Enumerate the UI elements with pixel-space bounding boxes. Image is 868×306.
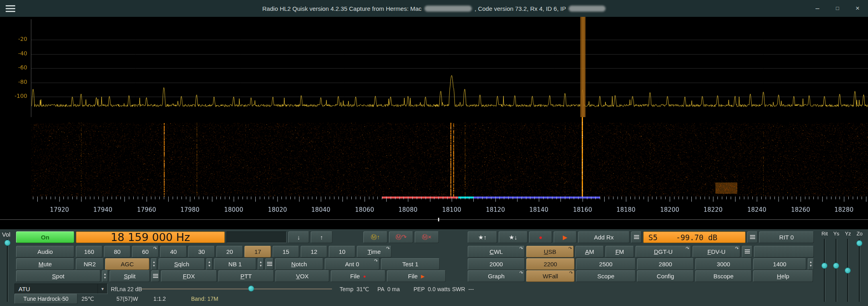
band-20-button[interactable]: 20 [216, 246, 243, 257]
record-button[interactable]: ● [529, 231, 552, 243]
mute-button[interactable]: Mute [16, 258, 74, 270]
vox-button[interactable]: VOX [275, 270, 329, 282]
blank-button[interactable] [754, 246, 814, 257]
mode-usb-button-label: USB [544, 248, 556, 255]
antenna-button-label: Ant 0 [345, 261, 359, 267]
view-config-button[interactable]: Config [637, 270, 694, 282]
vox-button-label: VOX [296, 273, 309, 280]
playback-button[interactable]: ▶ [554, 231, 577, 243]
band-buttons-group: Audio1608060↷40302017151210Time↷ [16, 246, 391, 257]
mode-am-button[interactable]: AM [575, 246, 604, 257]
minimize-button[interactable]: – [813, 0, 821, 17]
spectrum-waterfall-display[interactable] [0, 17, 868, 229]
band-160-button[interactable]: 160 [76, 246, 102, 257]
rf-gain-slider-handle[interactable] [248, 286, 254, 292]
band-60-button-label: 60 [142, 248, 149, 255]
maximize-button[interactable]: □ [833, 0, 842, 17]
add-rx-button[interactable]: Add Rx [578, 231, 630, 243]
rit-button[interactable]: RIT 0 [759, 231, 814, 243]
volume-slider-handle[interactable] [4, 240, 10, 246]
mode-usb-button[interactable]: USB↷ [526, 246, 574, 257]
notch-button[interactable]: Notch [275, 258, 323, 270]
filter-2500-button-label: 2500 [599, 261, 612, 267]
band-17-button[interactable]: 17 [245, 246, 271, 257]
close-button[interactable]: × [854, 0, 862, 17]
view-bscope-button-label: Bscope [713, 273, 734, 280]
mode-cwl-button[interactable]: CWL↷ [468, 246, 525, 257]
view-graph-button[interactable]: Graph↷ [468, 270, 525, 282]
smeter-options-button[interactable] [631, 231, 642, 243]
test-button[interactable]: Test 1 [381, 258, 440, 270]
frequency-entry-field[interactable] [226, 231, 287, 243]
yz-slider-handle[interactable] [845, 267, 851, 274]
filter-2000-button[interactable]: 2000 [468, 258, 525, 270]
spot-button-label: Spot [52, 273, 65, 280]
view-bscope-button[interactable]: Bscope [695, 270, 752, 282]
file-record-button[interactable]: File● [331, 270, 385, 282]
nr2-button[interactable]: NR2 [76, 258, 104, 270]
spot-spinner[interactable]: ▲▼ [102, 270, 108, 282]
band-60-button[interactable]: 60↷ [132, 246, 159, 257]
rit-slider-handle[interactable] [821, 263, 827, 269]
file-play-button[interactable]: File▶ [387, 270, 446, 282]
tune-hardrock-button[interactable]: Tune Hardrock-50 [14, 294, 77, 304]
band-12-button-label: 12 [311, 248, 318, 255]
band-30-button[interactable]: 30 [188, 246, 215, 257]
antenna-button[interactable]: Ant 0↷ [325, 258, 379, 270]
view-scope-button[interactable]: Scope [576, 270, 636, 282]
band-15-button[interactable]: 15 [273, 246, 299, 257]
ptt-button[interactable]: PTT [218, 270, 274, 282]
ys-slider-track [835, 239, 837, 302]
file-record-button-label: File [350, 273, 360, 280]
noise-blanker-button[interactable]: NB 1 [214, 258, 256, 270]
ys-slider-handle[interactable] [833, 263, 839, 269]
filter-2800-button[interactable]: 2800 [637, 258, 694, 270]
agc-button[interactable]: AGC [105, 258, 149, 270]
band-10-button[interactable]: 10 [329, 246, 355, 257]
filter-2200-button[interactable]: 2200 [526, 258, 575, 270]
help-button[interactable]: Help [753, 270, 813, 282]
view-waterfall-button[interactable]: WFall↷ [526, 270, 575, 282]
favorite-recall-button[interactable]: ★↓ [499, 231, 528, 243]
favorite-save-button[interactable]: ★↑ [468, 231, 497, 243]
app-menu-icon[interactable] [6, 5, 15, 12]
mode-options-button[interactable] [742, 246, 752, 257]
filter-3000-button[interactable]: 3000 [695, 258, 752, 270]
noise-blanker-spinner[interactable]: ▲▼ [258, 258, 264, 270]
tune-up-button[interactable]: ↑ [311, 231, 332, 243]
agc-spinner[interactable]: ▲▼ [151, 258, 157, 270]
power-on-button[interactable]: On [16, 231, 74, 243]
mode-fdv-button[interactable]: FDV-U↷ [693, 246, 740, 257]
band-12-button[interactable]: 12 [301, 246, 327, 257]
spinner-down-icon: ▼ [104, 276, 107, 280]
split-options-button[interactable] [151, 270, 159, 282]
test-button-label: Test 1 [402, 261, 418, 267]
control-panel: Vol On18 159 000 Hz↓↑ Ⓜ↑Ⓜ↷Ⓜ× ★↑★↓●▶Add R… [0, 229, 868, 306]
memory-save-button[interactable]: Ⓜ↑ [363, 231, 387, 243]
band-40-button[interactable]: 40 [160, 246, 187, 257]
band-80-button[interactable]: 80 [104, 246, 130, 257]
squelch-button[interactable]: Sqlch [159, 258, 205, 270]
spot-button[interactable]: Spot [16, 270, 100, 282]
split-button[interactable]: Split [110, 270, 150, 282]
memory-delete-button[interactable]: Ⓜ× [415, 231, 439, 243]
zo-slider-handle[interactable] [856, 240, 862, 246]
audio-button[interactable]: Audio [16, 246, 74, 257]
fdx-button[interactable]: FDX [161, 270, 217, 282]
band-time-button[interactable]: Time↷ [357, 246, 391, 257]
filter-2500-button[interactable]: 2500 [576, 258, 636, 270]
filter-custom-button[interactable]: 1400 [753, 258, 806, 270]
ptt-button-label: PTT [240, 273, 252, 280]
file-play-button-label: File [408, 273, 418, 280]
frequency-options-button[interactable] [747, 231, 758, 243]
tune-down-button[interactable]: ↓ [288, 231, 309, 243]
atu-select[interactable]: ATU ▼ [14, 284, 108, 294]
mode-fm-button[interactable]: FM [605, 246, 634, 257]
noise-blanker-options-button[interactable] [265, 258, 273, 270]
help-button-label: Help [777, 273, 789, 280]
rit-slider-track [824, 239, 825, 302]
squelch-spinner[interactable]: ▲▼ [206, 258, 212, 270]
mode-dgt-button[interactable]: DGT-U↷ [636, 246, 691, 257]
memory-next-button[interactable]: Ⓜ↷ [389, 231, 413, 243]
filter-spinner[interactable]: ▲▼ [808, 258, 814, 270]
